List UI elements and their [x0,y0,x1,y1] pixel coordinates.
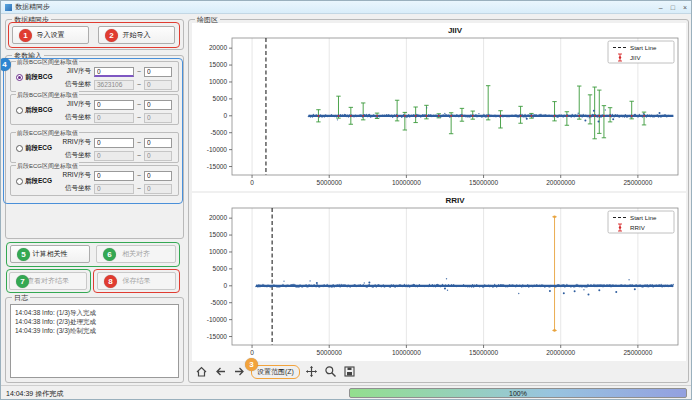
seq-label: RRIV序号 [57,138,91,147]
import-settings-label: 导入设置 [37,30,65,40]
seq-label: RRIV序号 [57,171,91,180]
progress-label: 100% [509,390,527,397]
coord-label: 信号坐标 [57,80,91,89]
start-import-label: 开始导入 [123,30,151,40]
coord-row: 信号坐标~ [57,150,177,161]
badge-6: 6 [103,248,116,261]
coord-to-input[interactable] [144,80,172,90]
svg-text:JIIV: JIIV [630,54,642,61]
coord-row: 信号坐标~ [57,183,177,194]
save-result-button[interactable]: 8 保存结果 [97,272,176,290]
svg-text:5000000: 5000000 [317,349,343,356]
radio-button[interactable] [16,107,23,114]
coord-from-input[interactable] [94,80,134,90]
log-textarea[interactable]: 14:04:38 Info: (1/3)导入完成 14:04:38 Info: … [10,304,179,378]
status-message: 14:04:39 操作完成 [6,389,63,399]
tilde-separator: ~ [137,68,141,75]
seq-from-input[interactable] [94,138,134,148]
jiiv-chart[interactable]: 0500000010000000150000002000000025000000… [192,23,686,191]
tilde-separator: ~ [137,114,141,121]
tilde-separator: ~ [137,81,141,88]
seq-label: JIIV序号 [57,100,91,109]
calc-correlation-label: 计算相关性 [33,249,68,259]
radio-label: 后段BCG [25,106,52,115]
svg-text:5000: 5000 [213,95,228,102]
radio-button[interactable] [16,145,23,152]
svg-text:25000000: 25000000 [623,349,652,356]
home-icon[interactable] [194,364,209,379]
param-group-3: 后段ECG区间坐标取值后段ECGRRIV序号~信号坐标~ [10,165,179,196]
seq-from-input[interactable] [94,100,134,110]
radio-后段ECG[interactable]: 后段ECG [16,177,52,186]
coord-label: 信号坐标 [57,184,91,193]
svg-text:0: 0 [223,112,227,119]
pan-icon[interactable] [304,364,319,379]
app-icon [5,4,12,11]
close-button[interactable]: × [683,4,687,11]
rriv-chart[interactable]: 0500000010000000150000002000000025000000… [192,193,686,361]
svg-text:10000000: 10000000 [392,179,421,186]
save-icon[interactable] [342,364,357,379]
coord-to-input[interactable] [144,151,172,161]
seq-from-input[interactable] [94,171,134,181]
svg-text:10000: 10000 [209,78,227,85]
seq-to-input[interactable] [144,100,172,110]
coord-from-input[interactable] [94,113,134,123]
save-result-label: 保存结果 [123,276,151,286]
seq-to-input[interactable] [144,171,172,181]
seq-to-input[interactable] [144,67,172,77]
radio-后段BCG[interactable]: 后段BCG [16,106,52,115]
calc-correlation-button[interactable]: 5 计算相关性 [10,245,90,263]
radio-前段ECG[interactable]: 前段ECG [16,144,52,153]
chart-toolbar: 3 设置范围(Z) [194,364,357,379]
badge-1: 1 [19,29,32,42]
param-group-2: 前段ECG区间坐标取值前段ECGRRIV序号~信号坐标~ [10,132,179,163]
radio-label: 后段ECG [25,177,52,186]
log-groupbox: 日志 14:04:38 Info: (1/3)导入完成 14:04:38 Inf… [5,297,184,383]
coord-from-input[interactable] [94,151,134,161]
svg-text:-10000: -10000 [207,146,228,153]
svg-text:0: 0 [223,282,227,289]
seq-from-input[interactable] [94,67,134,77]
params-groupbox: 参数输入 前段BCG区间坐标取值前段BCGJIIV序号~信号坐标~后段BCG区间… [5,55,184,239]
coord-row: 信号坐标~ [57,112,177,123]
tilde-separator: ~ [137,139,141,146]
set-range-label: 设置范围(Z) [257,368,294,375]
svg-text:20000: 20000 [209,44,227,51]
svg-text:Start Line: Start Line [630,214,657,221]
radio-label: 前段BCG [25,73,52,82]
minimize-button[interactable]: – [659,4,663,11]
svg-text:5000: 5000 [213,265,228,272]
log-line: 14:04:39 Info: (3/3)绘制完成 [15,326,174,335]
correlation-align-button[interactable]: 6 相关对齐 [96,245,176,263]
radio-label: 前段ECG [25,144,52,153]
coord-to-input[interactable] [144,184,172,194]
view-align-result-button[interactable]: 7 查看对齐结果 [9,272,87,290]
seq-row: JIIV序号~ [57,99,177,110]
import-settings-button[interactable]: 1 导入设置 [12,26,89,44]
set-range-button[interactable]: 3 设置范围(Z) [251,365,300,379]
badge-8: 8 [104,275,117,288]
radio-button[interactable] [16,178,23,185]
badge-3: 3 [245,358,258,371]
legend: Start LineJIIV [608,41,674,63]
radio-前段BCG[interactable]: 前段BCG [16,73,52,82]
seq-row: JIIV序号~ [57,66,177,77]
svg-text:Start Line: Start Line [630,44,657,51]
svg-text:10000: 10000 [209,248,227,255]
seq-to-input[interactable] [144,138,172,148]
coord-to-input[interactable] [144,113,172,123]
progress-bar: 100% [349,388,687,398]
svg-text:20000: 20000 [209,214,227,221]
back-arrow-icon[interactable] [213,364,228,379]
svg-text:15000: 15000 [209,231,227,238]
maximize-button[interactable]: □ [671,4,675,11]
radio-button[interactable] [16,74,23,81]
zoom-icon[interactable] [323,364,338,379]
title-bar: 数据精同步 – □ × [1,1,691,14]
badge-5: 5 [17,248,30,261]
coord-from-input[interactable] [94,184,134,194]
svg-text:5000000: 5000000 [317,179,343,186]
start-import-button[interactable]: 2 开始导入 [98,26,175,44]
log-line: 14:04:38 Info: (2/3)处理完成 [15,317,174,326]
